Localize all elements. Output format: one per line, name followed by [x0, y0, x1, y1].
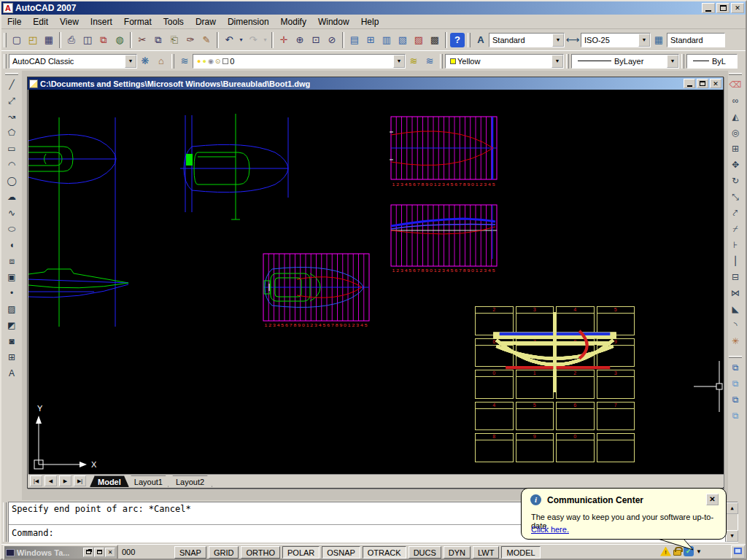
menu-view[interactable]: View	[54, 15, 85, 28]
line-icon[interactable]: ╱	[4, 77, 20, 93]
toolbar-grip[interactable]	[4, 54, 7, 69]
help-icon[interactable]: ?	[450, 33, 465, 47]
construction-line-icon[interactable]: ⤢	[4, 93, 20, 109]
trim-icon[interactable]: ⌿	[727, 222, 743, 238]
dim-style-combo[interactable]: ISO-25 ▼	[581, 33, 651, 47]
pan-icon[interactable]: ✛	[276, 32, 292, 48]
menu-insert[interactable]: Insert	[85, 15, 118, 28]
gradient-icon[interactable]: ◩	[4, 318, 20, 334]
explode-icon[interactable]: ✳	[727, 334, 743, 350]
bring-above-objects-icon[interactable]: ⧉	[727, 392, 743, 408]
properties-icon[interactable]: ▤	[347, 32, 363, 48]
save-icon[interactable]: ▦	[41, 32, 57, 48]
dim-style-icon[interactable]: ⟷	[565, 32, 581, 48]
minimize-button[interactable]	[702, 3, 715, 13]
send-to-back-icon[interactable]: ⧉	[727, 376, 743, 392]
zoom-realtime-icon[interactable]: ⊕	[292, 32, 308, 48]
toggle-snap[interactable]: SNAP	[174, 546, 206, 559]
menu-tools[interactable]: Tools	[158, 15, 190, 28]
combo-arrow-icon[interactable]: ▼	[125, 55, 136, 68]
revision-cloud-icon[interactable]: ☁	[4, 190, 20, 206]
lineweight-combo[interactable]: ByL	[686, 54, 738, 69]
undo-icon[interactable]: ↶	[221, 32, 237, 48]
maximize-button[interactable]	[716, 3, 729, 13]
arc-icon[interactable]: ◠	[4, 158, 20, 174]
drawing-canvas[interactable]: 1 2 3 4 5 6 7 8 9 0 1 2 3 4 5 6 7 8 9 0 …	[28, 90, 724, 475]
combo-arrow-icon[interactable]: ▼	[667, 55, 678, 68]
scale-icon[interactable]: ⤡	[727, 190, 743, 206]
tab-last-button[interactable]: ▶|	[74, 475, 86, 486]
menu-modify[interactable]: Modify	[275, 15, 312, 28]
command-grip[interactable]	[3, 502, 7, 542]
combo-arrow-icon[interactable]: ▼	[638, 34, 650, 47]
text-style-combo[interactable]: Standard ▼	[489, 33, 565, 47]
close-button[interactable]: ✕	[731, 3, 744, 13]
toolbar-grip[interactable]	[468, 33, 471, 47]
menu-dimension[interactable]: Dimension	[222, 15, 275, 28]
rotate-icon[interactable]: ↻	[727, 174, 743, 190]
toolbar-grip[interactable]	[440, 54, 443, 69]
clean-screen-button[interactable]	[731, 545, 745, 559]
doc-maximize-button[interactable]	[697, 79, 708, 88]
toggle-ducs[interactable]: DUCS	[409, 546, 441, 559]
make-block-icon[interactable]: ▣	[4, 270, 20, 286]
tab-layout1[interactable]: Layout1	[126, 475, 171, 487]
copy-icon[interactable]: ⧉	[150, 32, 166, 48]
toggle-dyn[interactable]: DYN	[444, 546, 471, 559]
mirror-icon[interactable]: ◭	[727, 109, 743, 125]
plot-preview-icon[interactable]: ◫	[80, 32, 96, 48]
layer-combo[interactable]: ● ● ◉ ⊙ 0 ▼	[193, 54, 406, 69]
table-style-combo[interactable]: Standard	[667, 33, 725, 47]
copy-object-icon[interactable]: ∞	[727, 93, 743, 109]
toolbar-grip[interactable]	[5, 73, 18, 75]
offset-icon[interactable]: ◎	[727, 125, 743, 141]
menu-help[interactable]: Help	[355, 15, 385, 28]
toggle-model[interactable]: MODEL	[501, 546, 540, 559]
join-icon[interactable]: ⋈	[727, 286, 743, 302]
stretch-icon[interactable]: ⤤	[727, 206, 743, 222]
new-icon[interactable]: ▢	[9, 32, 25, 48]
mini-maximize-button[interactable]	[94, 548, 104, 557]
workspace-combo[interactable]: AutoCAD Classic ▼	[9, 54, 137, 69]
ellipse-arc-icon[interactable]: ◖	[4, 238, 20, 254]
linetype-combo[interactable]: ByLayer ▼	[571, 54, 679, 69]
color-combo[interactable]: Yellow ▼	[445, 54, 564, 69]
my-workspace-icon[interactable]: ⌂	[153, 53, 169, 69]
region-icon[interactable]: ◙	[4, 334, 20, 350]
zoom-window-icon[interactable]: ⊡	[308, 32, 324, 48]
tab-model[interactable]: Model	[90, 475, 129, 487]
publish-icon[interactable]: ⧉	[96, 32, 112, 48]
point-icon[interactable]: •	[4, 286, 20, 302]
combo-arrow-icon[interactable]: ▼	[552, 34, 564, 47]
break-at-point-icon[interactable]: ⎮	[727, 254, 743, 270]
doc-close-button[interactable]: ✕	[710, 79, 721, 88]
cut-icon[interactable]: ✂	[134, 32, 150, 48]
redo-dropdown-icon[interactable]: ▾	[261, 32, 269, 48]
open-icon[interactable]: ◰	[25, 32, 41, 48]
circle-icon[interactable]: ◯	[4, 174, 20, 190]
toolbar-grip[interactable]	[729, 73, 742, 75]
scroll-down-icon[interactable]: ▼	[726, 530, 738, 542]
layer-previous-icon[interactable]: ≋	[406, 53, 422, 69]
markup-set-manager-icon[interactable]: ▨	[411, 32, 427, 48]
toolbar-grip[interactable]	[681, 54, 684, 69]
layer-properties-manager-icon[interactable]: ≋	[177, 53, 193, 69]
toggle-otrack[interactable]: OTRACK	[363, 546, 406, 559]
ellipse-icon[interactable]: ⬭	[4, 222, 20, 238]
undo-dropdown-icon[interactable]: ▾	[237, 32, 245, 48]
workspace-settings-icon[interactable]: ❋	[137, 53, 153, 69]
toggle-grid[interactable]: GRID	[209, 546, 239, 559]
mini-restore-button[interactable]	[83, 548, 93, 557]
mini-close-button[interactable]: ✕	[105, 548, 115, 557]
toggle-ortho[interactable]: ORTHO	[241, 546, 280, 559]
move-icon[interactable]: ✥	[727, 158, 743, 174]
block-editor-icon[interactable]: ✎	[198, 32, 214, 48]
layer-states-icon[interactable]: ≋	[422, 53, 438, 69]
menu-edit[interactable]: Edit	[27, 15, 54, 28]
paste-icon[interactable]: ⎗	[166, 32, 182, 48]
click-here-link[interactable]: Click here.	[531, 525, 569, 534]
tab-prev-button[interactable]: ◀	[44, 475, 57, 486]
3d-dwf-icon[interactable]: ◍	[112, 32, 128, 48]
tool-palettes-icon[interactable]: ▥	[379, 32, 395, 48]
scroll-up-icon[interactable]: ▲	[726, 502, 738, 514]
